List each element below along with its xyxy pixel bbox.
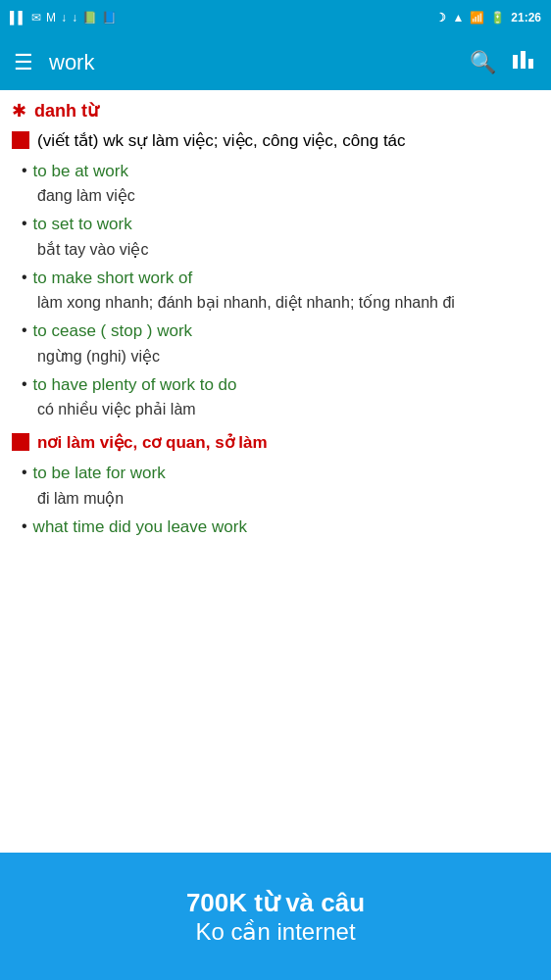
phrase-text-7: what time did you leave work [33,514,247,540]
definition-block-1: (viết tắt) wk sự làm việc; việc, công vi… [12,129,539,421]
phrase-text-1: to be at work [33,159,128,184]
pos-label: danh từ [34,100,98,122]
phrase-row-2: • to set to work [22,212,539,237]
example-entry-1: • to be at work đang làm việc [22,159,539,209]
example-entry-6: • to be late for work đi làm muộn [22,461,539,511]
signal-bars-icon: ▌▌ [10,11,26,24]
pos-header: ✱ danh từ [12,100,539,122]
time-display: 21:26 [511,11,541,24]
book1-icon: 📗 [82,11,97,24]
example-entry-2: • to set to work bắt tay vào việc [22,212,539,262]
svg-rect-0 [513,55,518,69]
footer-line1: 700K từ và câu [186,888,365,918]
translation-6: đi làm muộn [37,487,539,511]
definition-header-2: nơi làm việc, cơ quan, sở làm [12,431,539,455]
book2-icon: 📘 [102,11,117,24]
bullet-filled-7: • [22,514,27,538]
gmail-icon: M [46,11,56,24]
phrase-row-5: • to have plenty of work to do [22,372,539,398]
footer-line2: Ko cần internet [195,918,355,946]
bullet-filled-6: • [22,461,27,484]
toolbar: ☰ work 🔍 [0,35,551,90]
phrase-row-1: • to be at work [22,159,539,184]
bullet-filled-2: • [22,212,27,235]
example-entry-3: • to make short work of làm xong nhanh; … [22,266,539,316]
moon-icon: ☽ [435,11,446,24]
phrase-text-5: to have plenty of work to do [33,372,237,398]
translation-5: có nhiều việc phải làm [37,398,539,421]
status-bar: ▌▌ ✉ M ↓ ↓ 📗 📘 ☽ ▲ 📶 🔋 21:26 [0,0,551,35]
translation-4: ngừng (nghi) việc [37,345,539,368]
pos-star: ✱ [12,100,26,122]
def-square-icon-2 [12,433,29,451]
phrase-row-6: • to be late for work [22,461,539,486]
status-icons-left: ▌▌ ✉ M ↓ ↓ 📗 📘 [10,11,117,24]
svg-rect-2 [528,59,533,69]
bullet-filled-1: • [22,159,27,182]
phrase-row-3: • to make short work of [22,266,539,291]
phrase-row-7: • what time did you leave work [22,514,539,540]
search-button[interactable]: 🔍 [470,50,496,75]
svg-rect-1 [521,51,526,69]
phrase-row-4: • to cease ( stop ) work [22,318,539,344]
status-icons-right: ☽ ▲ 📶 🔋 21:26 [435,11,541,24]
download1-icon: ↓ [61,11,67,24]
email-icon: ✉ [31,11,41,24]
chart-button[interactable] [512,49,537,76]
def-title-1: (viết tắt) wk sự làm việc; việc, công vi… [37,129,406,153]
translation-3: làm xong nhanh; đánh bại nhanh, diệt nha… [37,291,539,315]
phrase-text-6: to be late for work [33,461,166,486]
wifi-icon: ▲ [452,11,464,24]
translation-2: bắt tay vào việc [37,238,539,262]
footer: 700K từ và câu Ko cần internet [0,853,551,980]
battery-icon: 🔋 [490,11,505,24]
bullet-filled-4: • [22,318,27,342]
download2-icon: ↓ [72,11,77,24]
definition-block-2: nơi làm việc, cơ quan, sở làm • to be la… [12,431,539,539]
signal1-icon: 📶 [470,11,484,24]
content-area: ✱ danh từ (viết tắt) wk sự làm việc; việ… [0,90,551,853]
phrase-text-3: to make short work of [33,266,193,291]
bullet-filled-3: • [22,266,27,289]
phrase-text-2: to set to work [33,212,132,237]
example-entry-4: • to cease ( stop ) work ngừng (nghi) vi… [22,318,539,368]
bullet-filled-5: • [22,372,27,396]
def-square-icon [12,131,29,149]
example-entry-5: • to have plenty of work to do có nhiều … [22,372,539,422]
translation-1: đang làm việc [37,184,539,208]
example-entry-7: • what time did you leave work [22,514,539,540]
def-title-2: nơi làm việc, cơ quan, sở làm [37,431,268,455]
menu-button[interactable]: ☰ [14,50,33,75]
definition-header-1: (viết tắt) wk sự làm việc; việc, công vi… [12,129,539,153]
toolbar-title: work [49,50,454,75]
phrase-text-4: to cease ( stop ) work [33,318,193,344]
